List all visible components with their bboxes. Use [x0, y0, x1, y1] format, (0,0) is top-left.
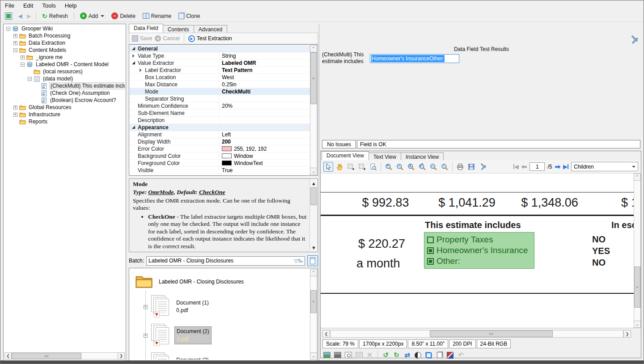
viewer-vertical-scrollbar[interactable]: ⌃ ≡ ⌄	[634, 174, 641, 328]
tree-item-grooper-wiki[interactable]: – Grooper Wiki	[4, 25, 125, 32]
batch-combobox[interactable]: Labeled OMR - Closing Disclosures ▽‰	[146, 256, 305, 266]
property-row-alignment[interactable]: Alignment Left	[130, 131, 310, 138]
scroll-down-icon[interactable]: ▼	[310, 244, 318, 251]
menu-tools[interactable]: Tools	[38, 1, 60, 10]
description-scrollbar[interactable]: ▲ ▼	[309, 179, 317, 251]
tree-item-checkone-field[interactable]: (Check One) Assumption	[4, 89, 125, 97]
tree-item-ignore-me[interactable]: + _ignore me	[4, 54, 125, 61]
property-row-foreground-color[interactable]: Foreground Color WindowText	[130, 160, 310, 167]
scroll-up-icon[interactable]: ⌃	[310, 269, 317, 276]
previous-page-button[interactable]: ⬅	[521, 163, 527, 171]
property-row-value-type[interactable]: Value Type String	[130, 52, 310, 59]
print-button[interactable]	[455, 162, 465, 172]
tree-item-infrastructure[interactable]: + Infrastructure	[4, 111, 125, 118]
property-row-box-location[interactable]: Box Location West	[130, 74, 310, 81]
collapse-triangle-icon[interactable]	[132, 61, 135, 64]
batch-document-2[interactable]: + Document (2)1.pdf	[144, 321, 309, 350]
property-row-max-distance[interactable]: Max Distance 0.25in	[130, 81, 310, 88]
save-image-button[interactable]	[466, 162, 476, 172]
expand-icon[interactable]: +	[13, 113, 17, 117]
collapse-icon[interactable]: –	[21, 63, 25, 67]
scrollbar-thumb[interactable]: ≡	[634, 267, 640, 308]
tree-item-batch-processing[interactable]: + Batch Processing	[4, 32, 125, 39]
scroll-up-icon[interactable]: ⌃	[310, 45, 317, 52]
viewer-horizontal-scrollbar[interactable]: ❮ III ❯	[322, 330, 631, 338]
tree-item-content-models[interactable]: – Content Models	[4, 47, 125, 54]
scroll-down-icon[interactable]: ⌄	[634, 321, 641, 328]
expand-icon[interactable]: +	[21, 55, 25, 59]
tree-horizontal-scrollbar[interactable]: ❮ III ❯	[4, 352, 125, 360]
batch-document-1[interactable]: + Document (1)0.pdf	[144, 292, 309, 321]
omrmode-link[interactable]: OmrMode	[148, 189, 174, 195]
rename-button[interactable]: Rename	[140, 12, 174, 21]
pages-button[interactable]	[435, 351, 444, 360]
scroll-down-icon[interactable]: ⌄	[310, 168, 317, 175]
zoom-out-button[interactable]: –	[395, 162, 405, 172]
checkone-link[interactable]: CheckOne	[199, 189, 225, 195]
tab-advanced[interactable]: Advanced	[194, 25, 227, 33]
property-row-sub-element-name[interactable]: Sub-Element Name	[130, 110, 310, 117]
property-row-error-color[interactable]: Error Color 255, 192, 192	[130, 145, 310, 152]
batch-tree-scrollbar[interactable]: ⌃ ≡ ⌄	[310, 269, 317, 360]
add-button[interactable]: + Add	[77, 11, 107, 21]
property-row-description[interactable]: Description	[130, 117, 310, 124]
crop-button[interactable]	[424, 351, 433, 360]
collapse-icon[interactable]: –	[28, 77, 32, 81]
zoom-in-button[interactable]: +	[384, 162, 394, 172]
cancel-button[interactable]: ✕ Cancel	[155, 35, 179, 42]
menu-edit[interactable]: Edit	[19, 1, 38, 10]
tab-text-view[interactable]: Text View	[369, 152, 401, 160]
expand-icon[interactable]: +	[13, 34, 17, 38]
delete-button[interactable]: – Delete	[109, 11, 138, 21]
scroll-right-icon[interactable]: ❯	[118, 352, 125, 360]
scroll-left-icon[interactable]: ❮	[4, 352, 12, 360]
viewer-settings-button[interactable]	[478, 162, 487, 172]
expand-triangle-icon[interactable]	[140, 68, 142, 72]
expand-icon[interactable]: +	[13, 106, 17, 110]
expand-icon[interactable]: +	[13, 41, 17, 45]
tree-item-data-extraction[interactable]: + Data Extraction	[4, 39, 125, 47]
tree-item-labeled-omr-content-model[interactable]: – Labeled OMR - Content Model	[4, 61, 125, 68]
collapse-triangle-icon[interactable]	[132, 126, 135, 129]
menu-help[interactable]: Help	[60, 1, 81, 10]
scroll-up-icon[interactable]: ▲	[310, 179, 318, 187]
scrollbar-thumb[interactable]: ≡	[310, 52, 317, 104]
tab-instance-view[interactable]: Instance View	[401, 152, 444, 160]
tester-settings-icon[interactable]	[629, 35, 638, 44]
save-button[interactable]: Save	[132, 35, 152, 42]
property-row-mode[interactable]: Mode CheckMulti	[130, 88, 310, 95]
navigation-mode-dropdown[interactable]: Children	[571, 162, 638, 171]
navigation-pane-button[interactable]	[2, 11, 15, 21]
category-general[interactable]: General	[130, 45, 310, 52]
pan-tool-button[interactable]	[335, 162, 344, 172]
batch-properties-button[interactable]	[307, 255, 318, 266]
result-field-input[interactable]: Homeowner's InsuranceOther:	[370, 54, 459, 63]
omr-highlight-region[interactable]: Property Taxes Homeowner's Insurance Oth…	[424, 232, 534, 269]
scroll-down-icon[interactable]: ⌄	[310, 352, 317, 360]
tree-item-reports[interactable]: Reports	[4, 118, 125, 125]
property-row-background-color[interactable]: Background Color Window	[130, 152, 310, 160]
property-row-display-width[interactable]: Display Width 200	[130, 138, 310, 145]
scroll-left-icon[interactable]: ❮	[322, 330, 330, 338]
tree-item-local-resources[interactable]: (local resources)	[4, 68, 125, 75]
batch-root-item[interactable]: Labeled OMR - Closing Disclosures	[134, 273, 309, 291]
rotate-right-button[interactable]: ↻	[392, 351, 401, 360]
property-row-minimum-confidence[interactable]: Minimum Confidence 20%	[130, 102, 310, 110]
menu-file[interactable]: File	[0, 1, 19, 10]
scroll-right-icon[interactable]: ❯	[623, 330, 631, 338]
property-row-separator-string[interactable]: Separator String	[130, 95, 310, 102]
document-canvas[interactable]: $ 992.83 $ 1,041.29 $ 1,348.06 $ 1 This …	[321, 174, 641, 328]
invert-colors-button[interactable]	[446, 351, 454, 360]
scrollbar-thumb[interactable]: ≡	[310, 290, 317, 313]
grayscale-image-button[interactable]	[333, 351, 342, 360]
property-row-label-extractor[interactable]: Label Extractor Text Pattern	[130, 67, 310, 74]
batch-document-3[interactable]: + Document (3)2.pdf	[144, 350, 309, 360]
tree-item-boolean-field[interactable]: (Boolean) Escrow Account?	[4, 97, 125, 104]
property-row-value-extractor[interactable]: Value Extractor Labeled OMR	[130, 59, 310, 67]
last-page-button[interactable]: ▶	[563, 163, 568, 170]
tab-data-field[interactable]: Data Field	[129, 24, 163, 33]
scrollbar-thumb[interactable]: III	[12, 353, 81, 359]
tab-document-view[interactable]: Document View	[322, 151, 369, 160]
first-page-button[interactable]: ◀	[513, 163, 519, 170]
scroll-up-icon[interactable]: ⌃	[634, 174, 641, 181]
